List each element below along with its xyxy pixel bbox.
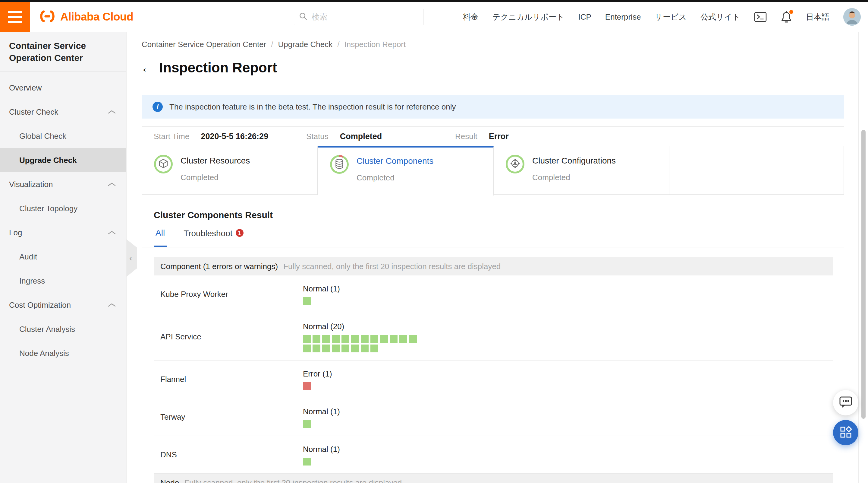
sidebar-item-visualization[interactable]: Visualization — [0, 172, 126, 196]
feedback-chat-button[interactable] — [833, 390, 858, 416]
sidebar-item-cluster-check[interactable]: Cluster Check — [0, 100, 126, 124]
summary-result: Result Error — [455, 127, 509, 146]
page-title-row: ← Inspection Report — [141, 59, 277, 77]
component-status: Normal (1) — [303, 284, 421, 293]
sidebar-item-label: Cost Optimization — [9, 301, 71, 310]
header: Alibaba Cloud 料金 テクニカルサポート ICP Enterpris… — [0, 2, 868, 32]
status-squares[interactable] — [303, 335, 421, 352]
node-group-header: Node Fully scanned, only the first 20 in… — [154, 474, 833, 483]
global-search[interactable] — [294, 9, 424, 25]
alibaba-cloud-logo[interactable]: Alibaba Cloud — [38, 2, 133, 32]
breadcrumb: Container Service Operation Center / Upg… — [142, 40, 406, 49]
tab-all[interactable]: All — [154, 228, 167, 247]
status-squares[interactable] — [303, 420, 421, 428]
group-note: Fully scanned, only the first 20 inspect… — [283, 262, 501, 271]
sidebar-item-label: Audit — [19, 252, 37, 261]
sidebar-item-upgrade-check[interactable]: Upgrade Check — [0, 148, 126, 172]
search-input[interactable] — [312, 12, 411, 22]
back-arrow-icon[interactable]: ← — [141, 59, 154, 77]
card-title: Cluster Components — [356, 156, 433, 166]
tab-label: Troubleshoot — [184, 229, 232, 238]
nav-item-pricing[interactable]: 料金 — [463, 12, 478, 22]
component-status: Error (1) — [303, 369, 421, 379]
card-status: Completed — [356, 173, 433, 182]
beta-info-banner: i The inspection feature is in the beta … — [142, 95, 844, 119]
hamburger-bar — [8, 16, 22, 18]
banner-text: The inspection feature is in the beta te… — [169, 102, 456, 112]
nav-item-services[interactable]: サービス — [655, 12, 687, 22]
tab-troubleshoot[interactable]: Troubleshoot 1 — [182, 228, 245, 247]
main-content: Container Service Operation Center / Upg… — [127, 32, 868, 483]
component-status: Normal (1) — [303, 445, 421, 454]
sidebar-item-global-check[interactable]: Global Check — [0, 124, 126, 148]
group-title: Component (1 errors or warnings) — [160, 262, 278, 271]
component-name: Kube Proxy Worker — [154, 276, 303, 313]
group-title: Node — [160, 478, 179, 483]
notification-dot — [789, 10, 793, 14]
breadcrumb-item[interactable]: Container Service Operation Center — [142, 40, 266, 49]
status-squares[interactable] — [303, 382, 421, 390]
sidebar-item-cluster-topology[interactable]: Cluster Topology — [0, 196, 126, 221]
chevron-left-icon: ‹ — [129, 253, 132, 263]
logo-wordmark: Alibaba Cloud — [60, 10, 133, 23]
nav-item-official-site[interactable]: 公式サイト — [701, 12, 740, 22]
language-selector[interactable]: 日本語 — [806, 12, 830, 22]
user-avatar[interactable] — [843, 8, 861, 26]
sidebar-divider — [0, 71, 126, 72]
nav-item-technical-support[interactable]: テクニカルサポート — [493, 12, 564, 22]
start-time-label: Start Time — [154, 132, 189, 141]
cloud-shell-icon[interactable] — [754, 11, 767, 22]
summary-status: Status Completed — [306, 127, 382, 146]
chevron-up-icon — [107, 110, 116, 114]
cluster-components-status-ring — [330, 155, 349, 174]
breadcrumb-current: Inspection Report — [344, 40, 406, 49]
sidebar-item-cost-optimization[interactable]: Cost Optimization — [0, 293, 126, 317]
sidebar-item-overview[interactable]: Overview — [0, 76, 126, 100]
sidebar-item-label: Node Analysis — [19, 349, 69, 358]
sidebar-item-label: Ingress — [19, 276, 45, 286]
component-status: Normal (1) — [303, 407, 421, 416]
status-squares[interactable] — [303, 458, 421, 465]
breadcrumb-item[interactable]: Upgrade Check — [278, 40, 333, 49]
info-icon: i — [153, 102, 163, 112]
tab-cluster-resources[interactable]: Cluster Resources Completed — [142, 146, 318, 195]
status-squares[interactable] — [303, 297, 421, 305]
table-row: Terway Normal (1) — [154, 398, 833, 436]
hamburger-menu-button[interactable] — [0, 2, 30, 32]
cube-icon — [158, 158, 169, 170]
card-title: Cluster Configurations — [532, 156, 616, 166]
status-label: Status — [306, 132, 329, 141]
tab-cluster-components[interactable]: Cluster Components Completed — [318, 146, 494, 196]
group-note: Fully scanned, only the first 20 inspect… — [184, 478, 402, 483]
notifications-bell-icon[interactable] — [781, 10, 792, 23]
tab-label: All — [156, 228, 165, 238]
nav-item-icp[interactable]: ICP — [578, 12, 591, 22]
component-name: Terway — [154, 398, 303, 436]
sidebar-item-node-analysis[interactable]: Node Analysis — [0, 341, 126, 365]
quick-apps-button[interactable] — [833, 420, 858, 445]
tab-cluster-configurations[interactable]: Cluster Configurations Completed — [494, 146, 670, 195]
scrollbar-track-line — [858, 32, 859, 483]
status-value: Completed — [340, 132, 382, 141]
chat-bubble-icon — [839, 396, 852, 410]
breadcrumb-separator: / — [271, 40, 273, 49]
tabs-underline — [142, 247, 844, 247]
sidebar-item-log[interactable]: Log — [0, 221, 126, 245]
sidebar-item-ingress[interactable]: Ingress — [0, 269, 126, 293]
component-name: Flannel — [154, 361, 303, 398]
apps-grid-icon — [839, 425, 852, 440]
scrollbar-thumb[interactable] — [861, 130, 866, 419]
result-label: Result — [455, 132, 477, 141]
nav-item-enterprise[interactable]: Enterprise — [605, 12, 641, 22]
result-tabs: All Troubleshoot 1 — [154, 228, 245, 247]
sidebar-item-label: Visualization — [9, 180, 53, 189]
sidebar-item-cluster-analysis[interactable]: Cluster Analysis — [0, 317, 126, 341]
card-status: Completed — [532, 173, 616, 182]
sidebar-item-audit[interactable]: Audit — [0, 245, 126, 269]
hamburger-bar — [8, 11, 22, 13]
table-row: API Service Normal (20) — [154, 313, 833, 361]
database-icon — [334, 159, 344, 170]
component-name: DNS — [154, 436, 303, 473]
sidebar-item-label: Cluster Check — [9, 107, 58, 117]
table-row: Kube Proxy Worker Normal (1) — [154, 276, 833, 313]
